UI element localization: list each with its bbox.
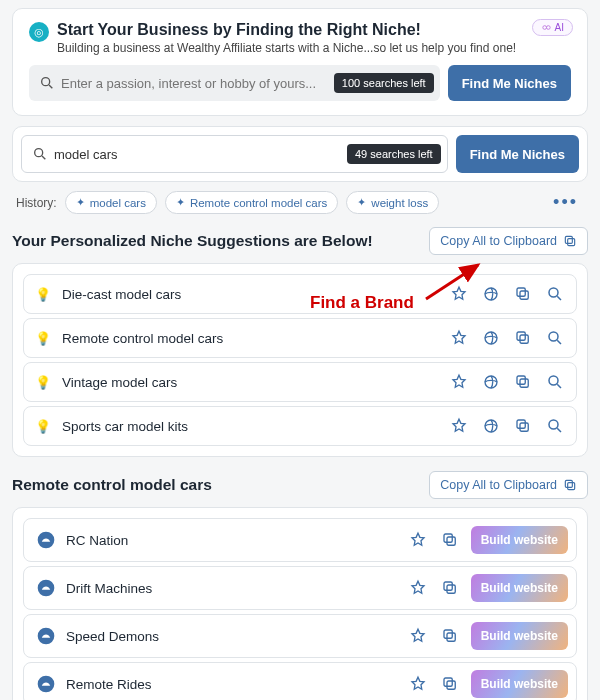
- history-chip[interactable]: ✦model cars: [65, 191, 157, 214]
- svg-line-17: [557, 340, 561, 344]
- build-website-button[interactable]: Build website: [471, 670, 568, 698]
- svg-rect-14: [520, 335, 528, 343]
- favorite-button[interactable]: [407, 577, 429, 599]
- svg-rect-6: [568, 239, 575, 246]
- svg-point-0: [542, 26, 546, 30]
- copy-all-suggestions-button[interactable]: Copy All to Clipboard: [429, 227, 588, 255]
- suggestion-label: Sports car model kits: [62, 419, 438, 434]
- main-find-button[interactable]: Find Me Niches: [456, 135, 579, 173]
- copy-button[interactable]: [439, 673, 461, 695]
- favorite-button[interactable]: [407, 529, 429, 551]
- suggestion-row: 💡Vintage model cars: [23, 362, 577, 402]
- find-brand-button[interactable]: [480, 371, 502, 393]
- history-chip-label: weight loss: [371, 197, 428, 209]
- search-button[interactable]: [544, 283, 566, 305]
- build-website-button[interactable]: Build website: [471, 526, 568, 554]
- promo-subtitle: Building a business at Wealthy Affiliate…: [57, 41, 516, 55]
- find-brand-button[interactable]: [480, 327, 502, 349]
- svg-rect-20: [517, 376, 525, 384]
- svg-rect-41: [444, 678, 452, 686]
- svg-point-23: [485, 420, 497, 432]
- search-icon: [39, 75, 55, 91]
- copy-button[interactable]: [512, 415, 534, 437]
- svg-rect-29: [565, 480, 572, 487]
- promo-card: AI ◎ Start Your Business by Finding the …: [12, 8, 588, 116]
- svg-rect-7: [565, 236, 572, 243]
- main-search-input[interactable]: [48, 147, 347, 162]
- suggestions-panel: 💡Die-cast model cars💡Remote control mode…: [12, 263, 588, 457]
- svg-point-16: [549, 332, 558, 341]
- brand-icon: [36, 578, 56, 598]
- svg-rect-40: [447, 681, 455, 689]
- search-button[interactable]: [544, 371, 566, 393]
- brand-icon: [36, 530, 56, 550]
- history-chip[interactable]: ✦weight loss: [346, 191, 439, 214]
- svg-point-26: [549, 420, 558, 429]
- search-icon: [32, 146, 48, 162]
- svg-point-1: [546, 26, 550, 30]
- copy-button[interactable]: [439, 577, 461, 599]
- favorite-button[interactable]: [448, 283, 470, 305]
- ai-badge: AI: [532, 19, 573, 36]
- svg-line-22: [557, 384, 561, 388]
- svg-rect-28: [568, 483, 575, 490]
- search-button[interactable]: [544, 327, 566, 349]
- lightbulb-icon: 💡: [34, 285, 52, 303]
- brand-label: RC Nation: [66, 533, 397, 548]
- history-chip-label: Remote control model cars: [190, 197, 327, 209]
- copy-button[interactable]: [512, 283, 534, 305]
- svg-rect-15: [517, 332, 525, 340]
- promo-search-box[interactable]: 100 searches left: [29, 65, 440, 101]
- promo-find-button[interactable]: Find Me Niches: [448, 65, 571, 101]
- favorite-button[interactable]: [448, 371, 470, 393]
- svg-rect-38: [444, 630, 452, 638]
- copy-button[interactable]: [512, 327, 534, 349]
- build-website-button[interactable]: Build website: [471, 622, 568, 650]
- svg-rect-32: [444, 534, 452, 542]
- brand-label: Speed Demons: [66, 629, 397, 644]
- tag-icon: ✦: [76, 196, 85, 209]
- lightbulb-icon: 💡: [34, 373, 52, 391]
- suggestions-section: Your Personalized Niche Suggestions are …: [12, 227, 588, 457]
- search-button[interactable]: [544, 415, 566, 437]
- favorite-button[interactable]: [407, 625, 429, 647]
- copy-button[interactable]: [512, 371, 534, 393]
- brand-row: Remote RidesBuild website: [23, 662, 577, 700]
- history-label: History:: [16, 196, 57, 210]
- svg-rect-9: [520, 291, 528, 299]
- promo-search-input[interactable]: [55, 76, 334, 91]
- tag-icon: ✦: [176, 196, 185, 209]
- find-brand-button[interactable]: [480, 283, 502, 305]
- build-website-button[interactable]: Build website: [471, 574, 568, 602]
- favorite-button[interactable]: [448, 327, 470, 349]
- copy-button[interactable]: [439, 625, 461, 647]
- svg-rect-35: [444, 582, 452, 590]
- suggestion-label: Die-cast model cars: [62, 287, 438, 302]
- suggestion-row: 💡Remote control model cars: [23, 318, 577, 358]
- svg-line-12: [557, 296, 561, 300]
- brands-panel: RC NationBuild websiteDrift MachinesBuil…: [12, 507, 588, 700]
- history-chip[interactable]: ✦Remote control model cars: [165, 191, 338, 214]
- suggestion-row: 💡Die-cast model cars: [23, 274, 577, 314]
- promo-title: Start Your Business by Finding the Right…: [57, 21, 516, 39]
- svg-point-11: [549, 288, 558, 297]
- find-brand-button[interactable]: [480, 415, 502, 437]
- brand-label: Drift Machines: [66, 581, 397, 596]
- favorite-button[interactable]: [448, 415, 470, 437]
- brand-row: Speed DemonsBuild website: [23, 614, 577, 658]
- history-more-button[interactable]: •••: [547, 190, 584, 215]
- main-search-box[interactable]: 49 searches left: [21, 135, 448, 173]
- suggestion-row: 💡Sports car model kits: [23, 406, 577, 446]
- svg-line-5: [42, 156, 45, 159]
- svg-point-18: [485, 376, 497, 388]
- copy-all-brands-button[interactable]: Copy All to Clipboard: [429, 471, 588, 499]
- copy-button[interactable]: [439, 529, 461, 551]
- svg-line-27: [557, 428, 561, 432]
- favorite-button[interactable]: [407, 673, 429, 695]
- brand-icon: [36, 626, 56, 646]
- svg-rect-19: [520, 379, 528, 387]
- lightbulb-icon: 💡: [34, 417, 52, 435]
- history-chip-label: model cars: [90, 197, 146, 209]
- svg-rect-34: [447, 585, 455, 593]
- svg-point-13: [485, 332, 497, 344]
